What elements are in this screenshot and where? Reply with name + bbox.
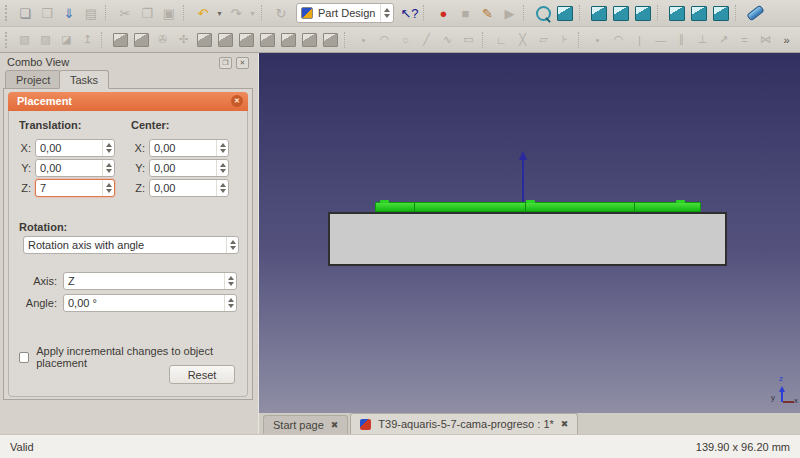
construction-mode-icon[interactable]: ∟: [491, 30, 512, 50]
paste-icon[interactable]: ▣: [158, 2, 180, 24]
angle-input[interactable]: [64, 295, 224, 311]
constraint-horizontal-icon[interactable]: —: [650, 30, 671, 50]
macro-play-icon[interactable]: ▶: [498, 2, 520, 24]
rotation-mode-value[interactable]: [24, 237, 226, 253]
copy-icon[interactable]: ❐: [136, 2, 158, 24]
panel-float-icon[interactable]: ❐: [219, 57, 232, 69]
subtractive-box-icon[interactable]: [215, 30, 236, 50]
center-x-spinner[interactable]: [216, 140, 228, 156]
angle-spinner[interactable]: [224, 295, 236, 311]
fit-all-icon[interactable]: [532, 2, 554, 24]
z-axis-arrow[interactable]: [522, 156, 524, 202]
axonometric-view-icon[interactable]: [554, 2, 576, 24]
tab-close-icon[interactable]: ✖: [331, 420, 339, 430]
top-view-icon[interactable]: [610, 2, 632, 24]
pad-icon[interactable]: [110, 30, 131, 50]
translation-x-input[interactable]: [36, 140, 102, 156]
mirrored-icon[interactable]: [320, 30, 341, 50]
tab-start-page[interactable]: Start page ✖: [263, 415, 348, 434]
incremental-checkbox[interactable]: [19, 352, 29, 363]
panel-close-icon[interactable]: ✕: [236, 57, 249, 69]
cut-icon[interactable]: ✂: [114, 2, 136, 24]
sketch-circle-icon[interactable]: ○: [395, 30, 416, 50]
toolbar-overflow-chevron[interactable]: »: [776, 30, 797, 50]
constraint-vertical-icon[interactable]: |: [629, 30, 650, 50]
right-view-icon[interactable]: [632, 2, 654, 24]
sketch-arc-icon[interactable]: ◠: [374, 30, 395, 50]
bottom-view-icon[interactable]: [688, 2, 710, 24]
sketch-point-icon[interactable]: •: [353, 30, 374, 50]
reset-button[interactable]: Reset: [169, 365, 235, 384]
macro-stop-icon[interactable]: ■: [454, 2, 476, 24]
mirror-sketch-icon[interactable]: ⊦: [554, 30, 575, 50]
workbench-selector[interactable]: Part Design: [296, 3, 394, 23]
refresh-icon[interactable]: ↻: [270, 2, 292, 24]
left-view-icon[interactable]: [710, 2, 732, 24]
whats-this-icon[interactable]: ↖?: [398, 2, 420, 24]
translation-z-spinner[interactable]: [102, 180, 114, 196]
translation-z-input[interactable]: [36, 180, 102, 196]
axis-dropdown[interactable]: [224, 273, 236, 289]
toolbar-grip[interactable]: [5, 32, 10, 48]
tab-tasks[interactable]: Tasks: [59, 70, 109, 89]
macro-edit-icon[interactable]: ✎: [476, 2, 498, 24]
placement-collapse-icon[interactable]: ✕: [231, 95, 243, 107]
boolean-icon[interactable]: [236, 30, 257, 50]
sketch-line-icon[interactable]: ╱: [416, 30, 437, 50]
placement-dialog-header[interactable]: Placement ✕: [8, 92, 248, 111]
macro-record-icon[interactable]: ●: [432, 2, 454, 24]
constraint-perpendicular-icon[interactable]: ⊥: [692, 30, 713, 50]
selected-part-highlighted[interactable]: [375, 202, 701, 212]
print-icon[interactable]: ▤: [80, 2, 102, 24]
external-geometry-icon[interactable]: ▱: [533, 30, 554, 50]
new-document-icon[interactable]: ❏: [14, 2, 36, 24]
tab-document[interactable]: T39-aquaris-5-7-cama-progreso : 1* ✖: [350, 413, 578, 434]
fillet-icon[interactable]: [257, 30, 278, 50]
additive-box-icon[interactable]: [194, 30, 215, 50]
rotation-mode-select[interactable]: [23, 236, 239, 254]
pocket-icon[interactable]: [131, 30, 152, 50]
translation-y-spinner[interactable]: [102, 160, 114, 176]
sketch-rectangle-icon[interactable]: ▭: [458, 30, 479, 50]
edit-sketch-icon[interactable]: ▨: [35, 30, 56, 50]
front-view-icon[interactable]: [588, 2, 610, 24]
map-sketch-icon[interactable]: ◪: [56, 30, 77, 50]
translation-y-input[interactable]: [36, 160, 102, 176]
axis-select[interactable]: [63, 272, 237, 290]
model-body[interactable]: [328, 212, 727, 266]
undo-dropdown-icon[interactable]: ▾: [214, 2, 225, 24]
chamfer-icon[interactable]: [278, 30, 299, 50]
constraint-tangent-icon[interactable]: ↗: [713, 30, 734, 50]
constraint-equal-icon[interactable]: =: [734, 30, 755, 50]
center-y-input[interactable]: [150, 160, 216, 176]
center-y-spinner[interactable]: [216, 160, 228, 176]
toolbar-grip[interactable]: [5, 5, 10, 21]
center-z-spinner[interactable]: [216, 180, 228, 196]
save-document-icon[interactable]: ⇓: [58, 2, 80, 24]
constraint-coincident-icon[interactable]: •: [587, 30, 608, 50]
center-x-input[interactable]: [150, 140, 216, 156]
axis-value[interactable]: [64, 273, 224, 289]
tab-project[interactable]: Project: [5, 70, 61, 89]
translation-x-spinner[interactable]: [102, 140, 114, 156]
create-sketch-icon[interactable]: ▧: [14, 30, 35, 50]
measure-distance-icon[interactable]: [744, 2, 766, 24]
groove-icon[interactable]: ✣: [173, 30, 194, 50]
leave-sketch-icon[interactable]: ↥: [77, 30, 98, 50]
center-z-input[interactable]: [150, 180, 216, 196]
undo-icon[interactable]: ↶: [192, 2, 214, 24]
rear-view-icon[interactable]: [666, 2, 688, 24]
revolution-icon[interactable]: ✇: [152, 30, 173, 50]
sketch-polyline-icon[interactable]: ∿: [437, 30, 458, 50]
rotation-mode-dropdown[interactable]: [226, 237, 238, 253]
redo-dropdown-icon[interactable]: ▾: [247, 2, 258, 24]
constraint-arc-icon[interactable]: ◠: [608, 30, 629, 50]
constraint-parallel-icon[interactable]: ∥: [671, 30, 692, 50]
trim-edge-icon[interactable]: ╳: [512, 30, 533, 50]
draft-icon[interactable]: [299, 30, 320, 50]
tab-close-icon[interactable]: ✖: [561, 419, 569, 429]
3d-viewport[interactable]: z x y: [258, 53, 800, 413]
open-document-icon[interactable]: ❒: [36, 2, 58, 24]
redo-icon[interactable]: ↷: [225, 2, 247, 24]
constraint-symmetric-icon[interactable]: ⋈: [755, 30, 776, 50]
